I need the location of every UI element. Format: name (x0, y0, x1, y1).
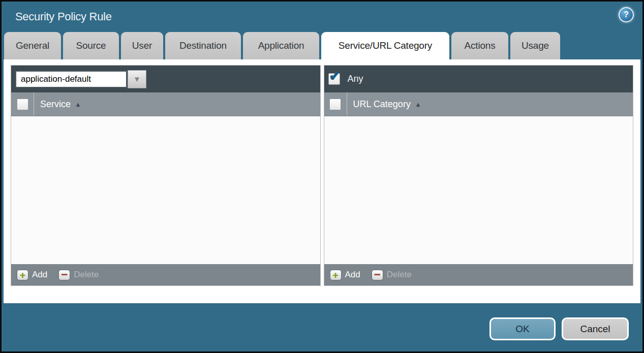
service-delete-button[interactable]: − Delete (58, 270, 99, 280)
sort-asc-icon[interactable]: ▲ (75, 101, 81, 108)
service-mode-select[interactable]: application-default ▼ (15, 70, 146, 88)
service-panel-header: application-default ▼ (11, 66, 320, 92)
url-category-delete-button[interactable]: − Delete (372, 270, 412, 280)
service-panel-footer: + Add − Delete (11, 264, 320, 285)
add-button-label: Add (345, 270, 360, 280)
url-category-add-button[interactable]: + Add (330, 270, 360, 280)
tab-content: application-default ▼ Service ▲ + Add − (4, 59, 640, 303)
delete-button-label: Delete (74, 270, 99, 280)
any-checkbox[interactable]: ✔ (328, 73, 340, 85)
delete-minus-icon: − (58, 270, 70, 280)
tab-general[interactable]: General (4, 32, 61, 59)
url-category-panel-footer: + Add − Delete (324, 264, 633, 285)
tab-usage[interactable]: Usage (510, 32, 560, 59)
dialog-title: Security Policy Rule (2, 10, 112, 23)
ok-button[interactable]: OK (489, 317, 556, 340)
check-icon: ✔ (329, 70, 341, 83)
title-bar: Security Policy Rule ? (2, 2, 642, 31)
service-list[interactable] (11, 116, 320, 264)
url-category-select-all-checkbox[interactable] (329, 99, 341, 110)
tab-actions[interactable]: Actions (451, 32, 508, 59)
delete-minus-icon: − (372, 270, 383, 280)
service-select-all-checkbox[interactable] (17, 99, 28, 110)
url-category-panel: ✔ Any URL Category ▲ + Add − Delete (324, 65, 634, 286)
add-button-label: Add (32, 270, 47, 280)
help-icon[interactable]: ? (619, 7, 634, 22)
any-label: Any (348, 74, 363, 84)
service-mode-value[interactable]: application-default (15, 71, 127, 88)
sort-asc-icon[interactable]: ▲ (415, 101, 421, 108)
cancel-button[interactable]: Cancel (562, 317, 629, 340)
tab-user[interactable]: User (121, 32, 163, 59)
dialog-action-buttons: OK Cancel (489, 317, 629, 340)
tab-application[interactable]: Application (243, 32, 319, 59)
tab-source[interactable]: Source (63, 32, 119, 59)
url-category-column-title[interactable]: URL Category (353, 99, 411, 110)
delete-button-label: Delete (387, 270, 412, 280)
tab-destination[interactable]: Destination (165, 32, 241, 59)
add-plus-icon: + (17, 270, 28, 280)
service-add-button[interactable]: + Add (17, 270, 47, 280)
tab-bar: General Source User Destination Applicat… (4, 31, 642, 59)
service-column-header: Service ▲ (11, 92, 320, 116)
dropdown-arrow-icon[interactable]: ▼ (128, 70, 146, 88)
security-policy-rule-dialog: Security Policy Rule ? General Source Us… (0, 0, 644, 353)
service-column-title[interactable]: Service (40, 99, 71, 110)
service-panel: application-default ▼ Service ▲ + Add − (11, 65, 321, 286)
tab-service-url-category[interactable]: Service/URL Category (321, 32, 449, 59)
url-category-column-header: URL Category ▲ (324, 92, 633, 116)
url-category-panel-header: ✔ Any (324, 66, 633, 92)
add-plus-icon: + (330, 270, 342, 280)
url-category-list[interactable] (324, 116, 633, 264)
